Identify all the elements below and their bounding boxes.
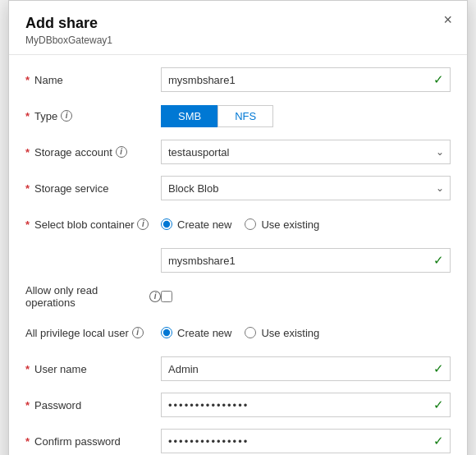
blob-create-new-label: Create new <box>177 218 231 231</box>
blob-use-existing-option[interactable]: Use existing <box>245 218 319 231</box>
blob-create-new-option[interactable]: Create new <box>161 218 231 231</box>
storage-service-row: * Storage service Block Blob ⌄ <box>25 175 451 201</box>
storage-account-select-wrapper: testausportal ⌄ <box>161 140 451 164</box>
blob-use-existing-radio[interactable] <box>245 218 256 230</box>
storage-account-select[interactable]: testausportal <box>161 140 451 164</box>
blob-use-existing-label: Use existing <box>261 218 319 231</box>
storage-service-select[interactable]: Block Blob <box>161 176 451 200</box>
storage-service-select-wrapper: Block Blob ⌄ <box>161 176 451 200</box>
privilege-use-existing-option[interactable]: Use existing <box>245 327 319 339</box>
dialog-title: Add share <box>25 14 451 33</box>
password-check-icon: ✓ <box>433 398 444 412</box>
type-button-group: SMB NFS <box>161 105 451 127</box>
dialog-subtitle: MyDBboxGateway1 <box>25 34 451 46</box>
blob-info-icon: i <box>137 218 149 230</box>
username-check-icon: ✓ <box>433 361 444 376</box>
privilege-local-label: All privilege local user i <box>25 327 161 339</box>
type-required-star: * <box>25 110 30 122</box>
password-required-star: * <box>25 399 30 411</box>
type-info-icon: i <box>61 110 72 122</box>
allow-read-info-icon: i <box>149 291 161 302</box>
blob-radio-group: Create new Use existing <box>161 218 451 231</box>
name-required-star: * <box>25 74 30 86</box>
privilege-info-icon: i <box>132 327 144 338</box>
confirm-password-label: * Confirm password <box>25 435 161 448</box>
blob-container-input-row: ✓ <box>25 247 451 273</box>
type-smb-button[interactable]: SMB <box>161 105 217 127</box>
blob-container-label: * Select blob container i <box>25 218 161 231</box>
confirm-password-check-icon: ✓ <box>433 434 444 448</box>
confirm-required-star: * <box>25 435 30 448</box>
password-row: * Password ✓ <box>25 392 451 418</box>
blob-required-star: * <box>25 218 30 231</box>
dialog-body: * Name ✓ * Type i SMB NFS * Sto <box>9 55 467 455</box>
blob-create-new-radio[interactable] <box>161 218 172 230</box>
allow-read-label: Allow only read operations i <box>25 284 161 309</box>
username-label: * User name <box>25 363 161 375</box>
allow-read-row: Allow only read operations i <box>25 283 451 310</box>
type-row: * Type i SMB NFS <box>25 103 451 129</box>
name-check-icon: ✓ <box>433 72 444 87</box>
storage-account-info-icon: i <box>116 146 127 158</box>
privilege-local-row: All privilege local user i Create new Us… <box>25 319 451 346</box>
blob-container-input[interactable] <box>161 248 451 273</box>
username-input-wrapper: ✓ <box>161 356 451 381</box>
username-row: * User name ✓ <box>25 356 451 382</box>
storage-account-row: * Storage account i testausportal ⌄ <box>25 139 451 165</box>
privilege-create-new-label: Create new <box>177 327 231 339</box>
privilege-create-new-option[interactable]: Create new <box>161 327 231 339</box>
allow-read-checkbox[interactable] <box>161 291 172 302</box>
blob-container-check-icon: ✓ <box>433 253 444 268</box>
storage-required-star: * <box>25 146 30 159</box>
add-share-dialog: Add share MyDBboxGateway1 × * Name ✓ * T… <box>8 0 468 455</box>
storage-service-label: * Storage service <box>25 182 161 195</box>
dialog-header: Add share MyDBboxGateway1 × <box>9 1 467 55</box>
privilege-use-existing-label: Use existing <box>261 327 319 339</box>
type-label: * Type i <box>25 110 161 122</box>
privilege-create-new-radio[interactable] <box>161 327 172 338</box>
name-input[interactable] <box>161 67 451 92</box>
confirm-password-row: * Confirm password ✓ <box>25 428 451 454</box>
name-label: * Name <box>25 74 161 86</box>
username-required-star: * <box>25 363 30 375</box>
name-input-wrapper: ✓ <box>161 67 451 92</box>
storage-service-required-star: * <box>25 182 30 195</box>
type-nfs-button[interactable]: NFS <box>217 105 273 127</box>
blob-container-input-wrapper: ✓ <box>161 248 451 273</box>
password-label: * Password <box>25 399 161 411</box>
password-input[interactable] <box>161 393 451 417</box>
privilege-radio-group: Create new Use existing <box>161 327 451 339</box>
confirm-password-input[interactable] <box>161 429 451 453</box>
blob-container-row: * Select blob container i Create new Use… <box>25 211 451 237</box>
storage-account-label: * Storage account i <box>25 146 161 159</box>
name-row: * Name ✓ <box>25 67 451 93</box>
username-input[interactable] <box>161 356 451 381</box>
allow-read-checkbox-wrapper <box>161 291 451 302</box>
confirm-password-input-wrapper: ✓ <box>161 429 451 453</box>
password-input-wrapper: ✓ <box>161 393 451 417</box>
close-button[interactable]: × <box>440 11 455 29</box>
privilege-use-existing-radio[interactable] <box>245 327 256 338</box>
